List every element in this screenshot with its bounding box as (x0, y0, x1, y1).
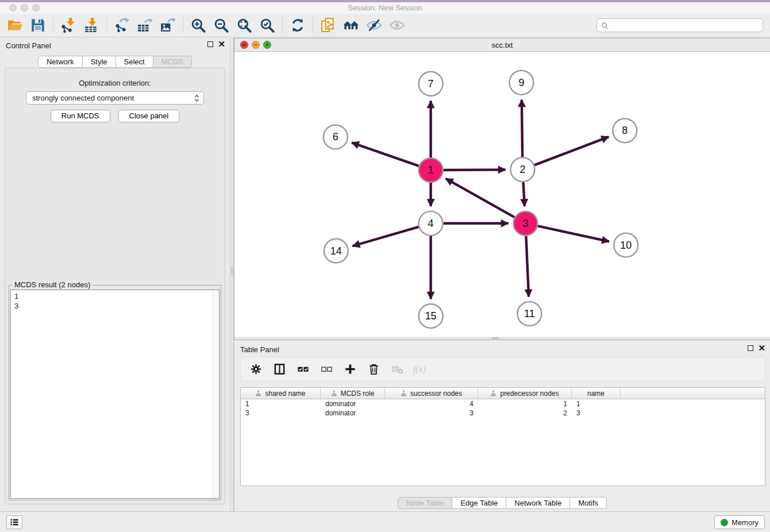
open-file-button[interactable] (3, 16, 26, 35)
panel-splitter[interactable] (230, 38, 234, 511)
control-panel-tabs: NetworkStyleSelectMCDS (0, 56, 230, 68)
edge-2-3[interactable] (523, 182, 525, 206)
column-header-label: MCDS role (341, 390, 375, 398)
refresh-icon (290, 17, 306, 33)
search-box[interactable] (596, 18, 763, 32)
edge-4-14[interactable] (353, 227, 419, 246)
save-icon (30, 17, 46, 33)
add-icon (344, 363, 356, 375)
search-input[interactable] (611, 21, 759, 30)
first-neighbors-button[interactable] (340, 16, 363, 35)
main-toolbar-items (3, 16, 409, 35)
mcds-result-list[interactable]: 13 (10, 290, 220, 499)
close-panel-icon[interactable]: ✕ (218, 41, 225, 48)
zoom-in-button[interactable] (187, 16, 210, 35)
column-header-shared-name[interactable]: shared name (241, 388, 321, 399)
table-panel-title: Table Panel (240, 345, 279, 354)
node-table-header: shared nameMCDS rolesuccessor nodesprede… (241, 388, 765, 399)
export-table-button[interactable] (133, 16, 156, 35)
edge-1-2[interactable] (444, 169, 506, 170)
network-hscrollbar-thumb[interactable] (492, 337, 499, 339)
tab-node-table[interactable]: Node Table (398, 497, 453, 509)
zoom-fit-button[interactable] (233, 16, 256, 35)
column-header-name[interactable]: name (572, 388, 621, 399)
run-mcds-button[interactable]: Run MCDS (51, 110, 110, 122)
toolbar-separator (183, 17, 183, 33)
export-network-button[interactable] (110, 16, 133, 35)
column-header-MCDS-role[interactable]: MCDS role (321, 388, 385, 399)
tab-motifs[interactable]: Motifs (570, 497, 607, 509)
result-scrollbar[interactable] (213, 290, 219, 498)
tab-mcds[interactable]: MCDS (153, 56, 192, 68)
export-image-icon (160, 17, 176, 33)
close-table-panel-icon[interactable]: ✕ (758, 345, 765, 352)
graph-node-label: 11 (524, 308, 535, 319)
column-header-predecessor-nodes[interactable]: predecessor nodes (478, 388, 572, 399)
table-row[interactable]: 1dominator411 (241, 399, 765, 408)
delete-column-button[interactable] (367, 362, 380, 376)
edge-3-1[interactable] (446, 179, 515, 217)
close-panel-button[interactable]: Close panel (118, 110, 180, 122)
float-panel-icon[interactable] (207, 41, 213, 47)
column-header-successor-nodes[interactable]: successor nodes (385, 388, 478, 399)
trash-icon (368, 363, 380, 375)
tab-style[interactable]: Style (83, 56, 116, 68)
fx-icon: f(x) (412, 363, 429, 375)
add-column-button[interactable] (343, 362, 357, 376)
node-table-rows: 1dominator4113dominator323 (241, 399, 765, 418)
network-from-selection-button[interactable] (317, 16, 340, 35)
delete-table-button (390, 362, 404, 376)
memory-button[interactable]: Memory (714, 515, 765, 529)
tab-network-table[interactable]: Network Table (506, 497, 570, 509)
column-visibility-button[interactable] (272, 362, 286, 376)
select-stepper-icon (194, 94, 200, 103)
column-header-label: name (587, 390, 605, 398)
graph-node-label: 2 (519, 164, 525, 175)
deselect-all-icon (321, 363, 333, 375)
tab-network[interactable]: Network (38, 56, 83, 68)
import-network-button[interactable] (57, 16, 80, 35)
select-all-rows-button[interactable] (296, 362, 310, 376)
tree-icon (490, 390, 496, 396)
zoom-selected-button[interactable] (256, 16, 279, 35)
edge-3-10[interactable] (538, 226, 609, 241)
splitter-grip (231, 267, 233, 275)
table-row[interactable]: 3dominator323 (241, 408, 765, 418)
task-history-button[interactable] (6, 515, 22, 529)
table-cell: 1 (572, 399, 621, 408)
edge-3-11[interactable] (526, 236, 529, 297)
tab-edge-table[interactable]: Edge Table (452, 497, 506, 509)
criterion-select[interactable]: strongly connected component (26, 91, 204, 105)
float-table-panel-icon[interactable] (748, 345, 753, 351)
deselect-all-rows-button[interactable] (319, 362, 333, 376)
mcds-result-groupbox: MCDS result (2 nodes) 13 (9, 285, 221, 500)
list-icon (9, 517, 20, 527)
zoom-out-button[interactable] (210, 16, 233, 35)
mcds-panel: Optimization criterion: strongly connect… (5, 68, 225, 504)
window-title: Session: New Session (0, 3, 770, 12)
network-view-window: scc.txt 1234678910111415 (234, 38, 770, 340)
import-table-button[interactable] (80, 16, 103, 35)
network-canvas[interactable]: 1234678910111415 (234, 52, 770, 337)
apply-layout-button[interactable] (286, 16, 309, 35)
zoom-in-icon (190, 17, 206, 33)
tab-select[interactable]: Select (116, 56, 153, 68)
hide-selected-button[interactable] (363, 16, 386, 35)
control-panel: Control Panel ✕ NetworkStyleSelectMCDS O… (0, 38, 230, 511)
network-window-titlebar[interactable]: scc.txt (234, 38, 770, 52)
save-session-button[interactable] (26, 16, 49, 35)
table-settings-button[interactable] (249, 362, 263, 376)
table-toolbar: f(x) (240, 357, 765, 381)
search-icon (600, 21, 609, 30)
column-header-filler (621, 388, 765, 399)
graph-node-label: 14 (330, 245, 342, 257)
table-cell: 2 (478, 408, 572, 418)
edge-1-6[interactable] (352, 142, 419, 166)
export-image-button[interactable] (156, 16, 179, 35)
edge-2-8[interactable] (534, 137, 609, 165)
toolbar-separator (53, 17, 53, 33)
network-hscrollbar[interactable] (234, 337, 770, 340)
edge-2-9[interactable] (522, 100, 522, 157)
table-panel-tabs: Node TableEdge TableNetwork TableMotifs (234, 497, 770, 509)
import-table-icon (83, 17, 99, 33)
